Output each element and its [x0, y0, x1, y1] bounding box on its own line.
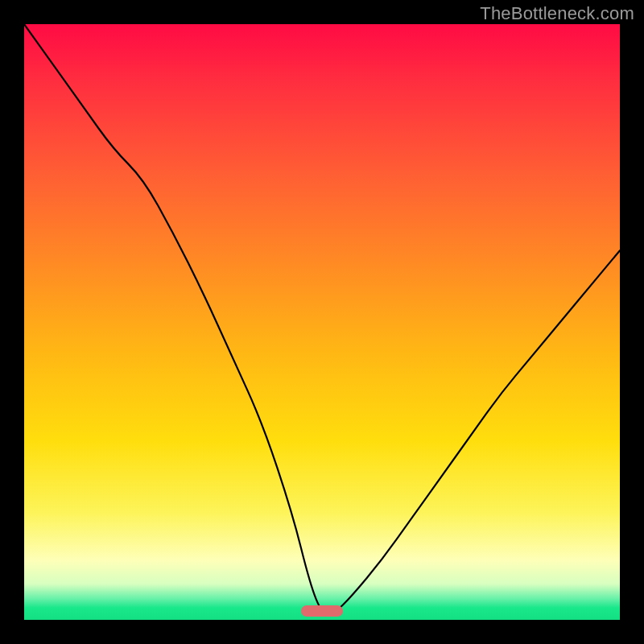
chart-frame: TheBottleneck.com: [0, 0, 644, 644]
plot-area: [24, 24, 620, 620]
optimum-marker: [301, 605, 343, 617]
watermark-text: TheBottleneck.com: [480, 3, 634, 24]
bottleneck-curve: [24, 24, 620, 620]
